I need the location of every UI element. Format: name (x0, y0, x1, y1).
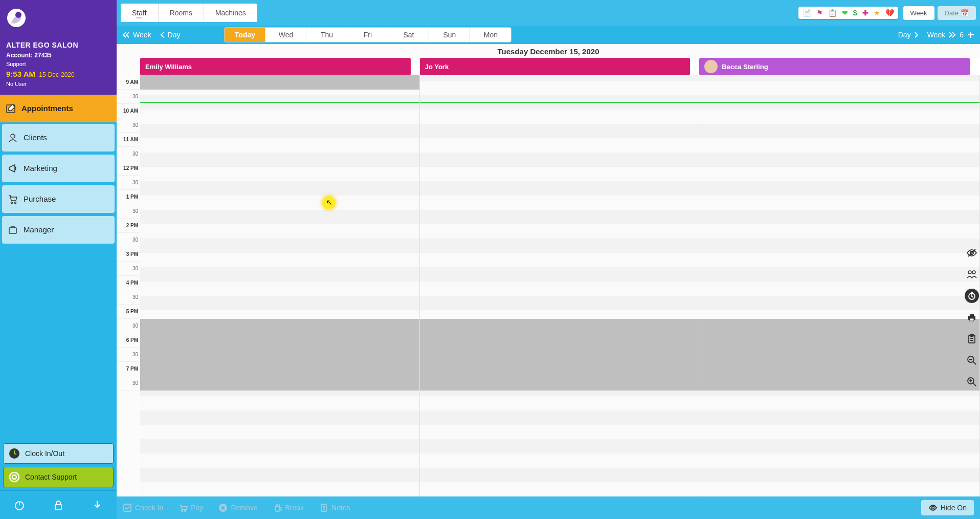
note-icon[interactable]: 📄 (803, 9, 811, 17)
week-button[interactable]: Week (903, 6, 934, 20)
day-tab-sun[interactable]: Sun (429, 28, 470, 42)
star-icon[interactable]: ★ (874, 9, 880, 17)
cart-icon (7, 193, 18, 205)
contact-support-button[interactable]: Contact Support (3, 467, 114, 487)
grid-col-becca[interactable] (700, 75, 980, 496)
account-info: ALTER EGO SALON Account: 27435 Support 9… (0, 36, 117, 95)
broken-heart-icon[interactable]: 💔 (885, 9, 894, 17)
timer-icon[interactable] (965, 289, 979, 303)
sidebar-item-label: Clients (24, 133, 47, 142)
svg-point-24 (182, 510, 183, 511)
time-slot: 10 AM (117, 104, 140, 118)
notes-button[interactable]: Notes (319, 503, 350, 512)
tab-machines[interactable]: Machines (204, 4, 257, 22)
group-icon[interactable] (965, 267, 979, 282)
day-back-button[interactable]: Day (160, 31, 181, 39)
sidebar-item-manager[interactable]: Manager (2, 216, 115, 244)
sidebar-item-label: Purchase (24, 194, 56, 203)
lock-icon[interactable] (49, 496, 68, 514)
svg-point-8 (10, 472, 19, 482)
sidebar-item-label: Manager (24, 225, 54, 234)
time-slot: 6 PM (117, 333, 140, 348)
support-btn-label: Contact Support (25, 473, 77, 481)
calendar-icon: 📅 (961, 9, 969, 17)
day-tab-wed[interactable]: Wed (265, 28, 306, 42)
staff-header-becca[interactable]: Becca Sterling (699, 58, 970, 75)
svg-point-9 (12, 475, 16, 479)
time-slot: 1 PM (117, 190, 140, 204)
hide-on-button[interactable]: Hide On (921, 500, 974, 515)
sidebar-item-clients[interactable]: Clients (2, 124, 115, 152)
sidebar-item-marketing[interactable]: Marketing (2, 155, 115, 182)
staff-headers: Emily Williams Jo York Becca Sterling (117, 58, 980, 75)
sidebar-nav: Appointments Clients Marketing Purchase … (0, 95, 117, 520)
download-icon[interactable] (88, 496, 106, 514)
sidebar-item-label: Appointments (21, 104, 73, 113)
clients-icon (7, 132, 18, 143)
sidebar-item-purchase[interactable]: Purchase (2, 185, 115, 213)
plus-icon[interactable]: ✚ (862, 9, 868, 17)
day-tab-sat[interactable]: Sat (388, 28, 429, 42)
print-icon[interactable] (965, 310, 979, 325)
checkin-button[interactable]: Check In (123, 503, 163, 512)
tab-rooms[interactable]: Rooms (159, 4, 204, 22)
svg-rect-6 (9, 228, 16, 233)
svg-point-3 (11, 134, 15, 138)
briefcase-icon (7, 224, 18, 235)
time-column: 9 AM3010 AM3011 AM3012 PM301 PM302 PM303… (117, 75, 140, 496)
dollar-icon[interactable]: $ (853, 9, 857, 17)
svg-point-28 (931, 507, 934, 509)
week-back-button[interactable]: Week (122, 31, 151, 39)
time-slot: 30 (117, 233, 140, 247)
day-tab-mon[interactable]: Mon (470, 28, 511, 42)
calendar-body[interactable]: 9 AM3010 AM3011 AM3012 PM301 PM302 PM303… (117, 75, 980, 496)
staff-header-jo[interactable]: Jo York (420, 58, 691, 75)
time-slot: 5 PM (117, 305, 140, 319)
visibility-icon[interactable] (965, 246, 979, 260)
tab-staff[interactable]: Staff (121, 4, 159, 22)
cursor-icon: ↖ (326, 198, 332, 206)
svg-point-4 (11, 202, 13, 203)
break-button[interactable]: Break (273, 503, 304, 512)
pay-button[interactable]: Pay (179, 503, 203, 512)
calendar-grid[interactable]: ↖ (140, 75, 980, 496)
view-tabs: Staff Rooms Machines (121, 4, 257, 22)
zoom-out-icon[interactable] (965, 353, 979, 367)
power-icon[interactable] (10, 496, 29, 514)
heart-icon[interactable]: ❤ (842, 9, 848, 17)
flag-icon[interactable]: ⚑ (816, 9, 823, 17)
app-logo[interactable] (0, 0, 117, 36)
staff-count[interactable]: 6 (960, 31, 975, 39)
time-slot: 3 PM (117, 247, 140, 262)
day-forward-button[interactable]: Day (898, 31, 919, 39)
day-tab-fri[interactable]: Fri (347, 28, 388, 42)
day-tab-thu[interactable]: Thu (306, 28, 347, 42)
megaphone-icon (7, 163, 18, 174)
current-date: 15-Dec-2020 (39, 71, 74, 78)
status-icon-bar: 📄 ⚑ 📋 ❤ $ ✚ ★ 💔 (798, 7, 898, 19)
clock-in-out-button[interactable]: Clock In/Out (3, 443, 114, 464)
sidebar-item-appointments[interactable]: Appointments (0, 95, 117, 122)
clipboard-icon[interactable]: 📋 (828, 9, 837, 17)
time-slot: 7 PM (117, 362, 140, 376)
day-tab-today[interactable]: Today (225, 28, 265, 42)
grid-col-emily[interactable]: ↖ (140, 75, 420, 496)
sidebar-footer (0, 490, 117, 519)
svg-point-13 (968, 271, 971, 274)
week-forward-button[interactable]: Week (927, 31, 957, 39)
date-picker-button[interactable]: Date 📅 (938, 6, 976, 20)
svg-point-5 (15, 202, 16, 203)
time-slot: 30 (117, 319, 140, 333)
account-number: Account: 27435 (6, 51, 110, 60)
grid-col-jo[interactable] (420, 75, 700, 496)
clipboard-icon[interactable] (965, 332, 979, 346)
time-slot: 30 (117, 147, 140, 161)
svg-point-25 (185, 510, 186, 511)
calendar-edit-icon (5, 103, 16, 114)
staff-header-emily[interactable]: Emily Williams (140, 58, 411, 75)
time-slot: 30 (117, 90, 140, 104)
sidebar-item-label: Marketing (24, 164, 57, 172)
zoom-in-icon[interactable] (965, 375, 979, 389)
remove-button[interactable]: Remove (218, 503, 257, 512)
topbar: Staff Rooms Machines 📄 ⚑ 📋 ❤ $ ✚ ★ 💔 Wee… (117, 0, 980, 26)
